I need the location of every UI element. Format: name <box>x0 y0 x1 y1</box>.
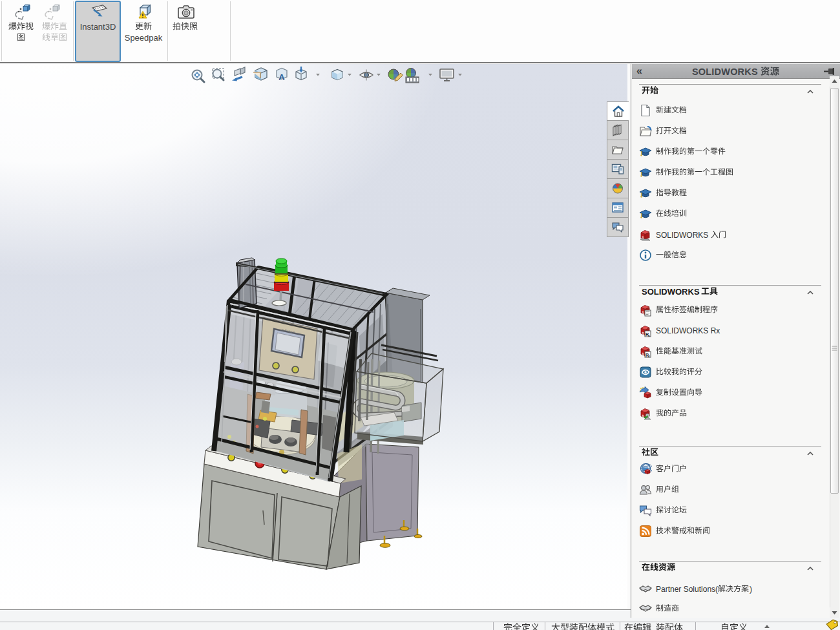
svg-text:x: x <box>648 354 650 358</box>
svg-text:S: S <box>642 414 645 418</box>
svg-text:S: S <box>642 310 645 315</box>
svg-text:x: x <box>648 333 650 337</box>
svg-text:S: S <box>642 352 645 356</box>
svg-text:S: S <box>642 331 645 335</box>
